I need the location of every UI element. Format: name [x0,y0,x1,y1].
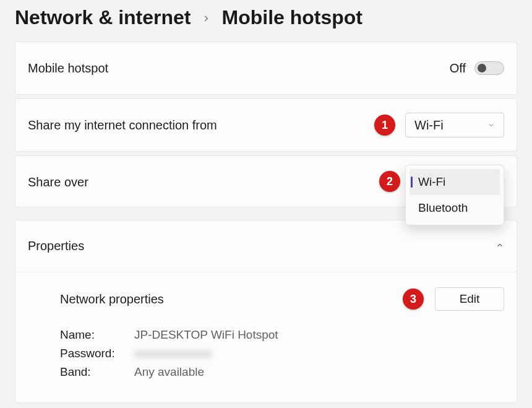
breadcrumb: Network & internet Mobile hotspot [15,0,517,41]
annotation-step-2: 2 [379,171,400,192]
chevron-right-icon [202,12,210,26]
hotspot-state-label: Off [450,61,466,76]
toggle-knob [478,64,486,72]
prop-name-value: JP-DESKTOP WiFi Hotspot [134,328,278,342]
chevron-down-icon [487,121,495,129]
prop-band-value: Any available [134,365,204,379]
share-over-card: Share over 2 Wi-Fi Bluetooth [15,155,517,207]
edit-button[interactable]: Edit [435,287,504,311]
breadcrumb-current: Mobile hotspot [221,6,363,29]
hotspot-toggle-card: Mobile hotspot Off [15,41,517,95]
share-from-label: Share my internet connection from [28,118,217,132]
share-from-select[interactable]: Wi-Fi [405,113,504,137]
hotspot-toggle[interactable] [474,61,504,75]
chevron-up-icon [496,241,504,252]
hotspot-title: Mobile hotspot [28,61,108,76]
share-from-card: Share my internet connection from 1 Wi-F… [15,98,517,152]
share-over-dropdown: Wi-Fi Bluetooth [405,165,504,225]
properties-expander[interactable]: Properties [15,220,517,272]
annotation-step-1: 1 [374,115,395,136]
network-properties-title: Network properties [60,292,164,306]
prop-password-key: Password: [60,347,134,360]
prop-name-key: Name: [60,328,134,342]
prop-band-key: Band: [60,365,134,379]
share-over-label: Share over [28,175,88,189]
share-over-option-bluetooth[interactable]: Bluetooth [410,195,500,221]
breadcrumb-parent-link[interactable]: Network & internet [15,6,191,29]
share-from-selected-value: Wi-Fi [414,118,444,132]
prop-password-value: xxxxxxxxxxxx [134,347,212,360]
properties-header-label: Properties [28,239,84,253]
properties-card: Properties Network properties 3 Edit Nam… [15,220,517,403]
annotation-step-3: 3 [403,289,424,310]
share-over-option-wifi[interactable]: Wi-Fi [410,169,500,195]
